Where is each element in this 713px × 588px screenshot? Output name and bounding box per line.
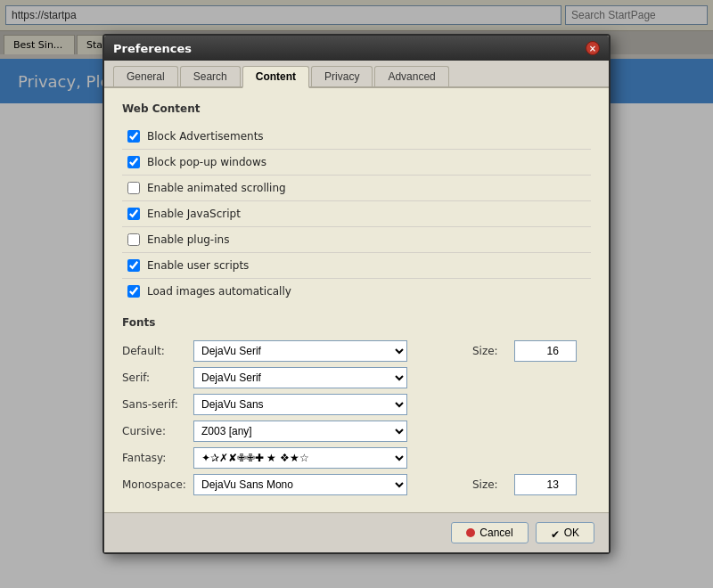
tab-general[interactable]: General: [113, 66, 178, 86]
checkbox-row-plugins: Enable plug-ins: [122, 227, 591, 253]
checkbox-load-images[interactable]: [127, 285, 140, 298]
tab-advanced[interactable]: Advanced: [374, 66, 448, 86]
web-content-section-title: Web Content: [122, 102, 591, 115]
font-row-fantasy: Fantasy: ✦✰✗✘✙✙✚ ★ ❖★☆: [122, 445, 591, 471]
checkbox-row-user-scripts: Enable user scripts: [122, 253, 591, 279]
cancel-label: Cancel: [479, 527, 512, 539]
tab-content[interactable]: Content: [242, 66, 309, 88]
font-select-sans-serif[interactable]: DejaVu Sans: [193, 394, 407, 415]
checkbox-block-popups[interactable]: [127, 156, 140, 168]
dialog-tab-bar: General Search Content Privacy Advanced: [104, 61, 609, 88]
font-select-cell-serif: DejaVu Serif: [193, 364, 465, 391]
label-load-images: Load images automatically: [147, 285, 291, 298]
font-label-sans-serif: Sans-serif:: [122, 391, 193, 418]
dialog-title: Preferences: [113, 42, 192, 55]
label-block-popups: Block pop-up windows: [147, 156, 266, 168]
ok-button[interactable]: ✔ OK: [536, 522, 594, 543]
font-size-cell-default: [514, 338, 591, 364]
font-size-label-monospace: Size:: [465, 471, 514, 498]
font-label-cursive: Cursive:: [122, 418, 193, 445]
fonts-section: Fonts Default: DejaVu Serif Size:: [122, 316, 591, 498]
checkbox-user-scripts[interactable]: [127, 259, 140, 272]
font-select-monospace[interactable]: DejaVu Sans Mono: [193, 474, 407, 495]
dialog-footer: Cancel ✔ OK: [104, 512, 609, 552]
font-select-serif[interactable]: DejaVu Serif: [193, 367, 407, 388]
tab-privacy[interactable]: Privacy: [311, 66, 373, 86]
font-label-monospace: Monospace:: [122, 471, 193, 498]
font-label-fantasy: Fantasy:: [122, 445, 193, 471]
label-enable-js: Enable JavaScript: [147, 208, 241, 220]
font-row-cursive: Cursive: Z003 [any]: [122, 418, 591, 445]
font-select-cell-cursive: Z003 [any]: [193, 418, 465, 445]
fonts-section-title: Fonts: [122, 316, 591, 329]
font-select-cursive[interactable]: Z003 [any]: [193, 421, 407, 442]
font-row-serif: Serif: DejaVu Serif: [122, 364, 591, 391]
tab-search[interactable]: Search: [180, 66, 241, 86]
font-select-cell-fantasy: ✦✰✗✘✙✙✚ ★ ❖★☆: [193, 445, 465, 471]
font-size-input-default[interactable]: [514, 340, 577, 362]
font-size-label-default: Size:: [465, 338, 514, 364]
checkbox-row-block-ads: Block Advertisements: [122, 124, 591, 150]
checkbox-enable-js[interactable]: [127, 208, 140, 220]
font-select-cell-sans-serif: DejaVu Sans: [193, 391, 465, 418]
font-select-cell-default: DejaVu Serif: [193, 338, 465, 364]
fonts-table: Default: DejaVu Serif Size:: [122, 338, 591, 498]
checkbox-row-load-images: Load images automatically: [122, 279, 591, 304]
preferences-dialog: Preferences × General Search Content Pri…: [102, 34, 611, 554]
checkbox-row-animated-scroll: Enable animated scrolling: [122, 176, 591, 201]
font-row-monospace: Monospace: DejaVu Sans Mono Size:: [122, 471, 591, 498]
font-label-default: Default:: [122, 338, 193, 364]
ok-label: OK: [564, 527, 579, 539]
label-user-scripts: Enable user scripts: [147, 259, 249, 272]
checkboxes-container: Block Advertisements Block pop-up window…: [122, 124, 591, 304]
font-label-serif: Serif:: [122, 364, 193, 391]
checkbox-enable-plugins[interactable]: [127, 233, 140, 246]
checkbox-block-ads[interactable]: [127, 130, 140, 143]
cancel-icon: [466, 528, 475, 537]
dialog-titlebar: Preferences ×: [104, 36, 609, 61]
label-block-ads: Block Advertisements: [147, 130, 264, 143]
label-enable-plugins: Enable plug-ins: [147, 233, 229, 246]
font-row-sans-serif: Sans-serif: DejaVu Sans: [122, 391, 591, 418]
dialog-close-button[interactable]: ×: [586, 41, 600, 55]
checkbox-animated-scroll[interactable]: [127, 182, 140, 194]
label-animated-scroll: Enable animated scrolling: [147, 182, 286, 194]
font-select-cell-monospace: DejaVu Sans Mono: [193, 471, 465, 498]
font-size-cell-monospace: [514, 471, 591, 498]
checkbox-row-block-popups: Block pop-up windows: [122, 150, 591, 176]
font-select-default[interactable]: DejaVu Serif: [193, 340, 407, 362]
font-size-input-monospace[interactable]: [514, 474, 577, 495]
dialog-body: Web Content Block Advertisements Block p…: [104, 88, 609, 512]
font-select-fantasy[interactable]: ✦✰✗✘✙✙✚ ★ ❖★☆: [193, 447, 407, 469]
font-row-default: Default: DejaVu Serif Size:: [122, 338, 591, 364]
cancel-button[interactable]: Cancel: [451, 522, 528, 543]
ok-icon: ✔: [551, 528, 560, 537]
checkbox-row-enable-js: Enable JavaScript: [122, 201, 591, 227]
dialog-overlay: Preferences × General Search Content Pri…: [0, 0, 713, 588]
